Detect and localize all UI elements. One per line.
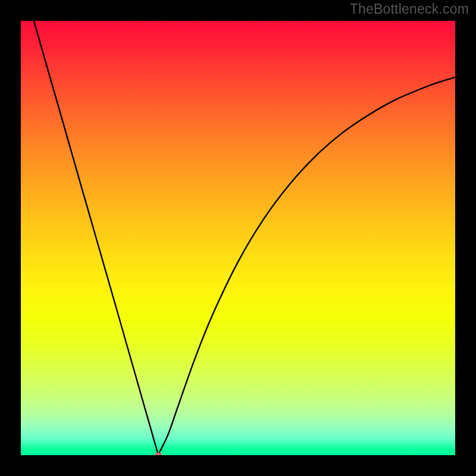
bottleneck-curve <box>21 21 455 455</box>
watermark-text: TheBottleneck.com <box>350 1 469 17</box>
plot-area <box>21 21 455 455</box>
optimal-point-marker <box>155 452 161 455</box>
